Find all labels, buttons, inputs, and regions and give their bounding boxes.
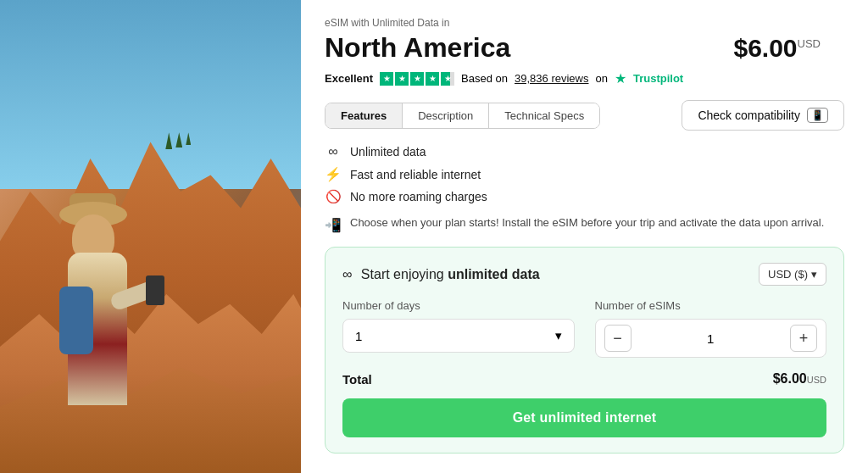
days-chevron-icon: ▾ (555, 328, 562, 343)
trustpilot-on: on (595, 72, 607, 85)
esims-selector-group: Number of eSIMs − 1 + (595, 299, 827, 358)
price-section: $6.00USD (733, 34, 821, 63)
tab-group: Features Description Technical Specs (325, 103, 600, 129)
check-compatibility-button[interactable]: Check compatibility 📱 (682, 100, 844, 131)
esim-label: eSIM with Unlimited Data in (325, 17, 510, 29)
star-1: ★ (380, 72, 393, 86)
product-title: North America (325, 32, 510, 64)
card-header: ∞ Start enjoying unlimited data USD ($) … (342, 263, 826, 286)
total-row: Total $6.00USD (342, 371, 826, 387)
currency-chevron-icon: ▾ (811, 268, 817, 281)
rating-row: Excellent ★ ★ ★ ★ ★ Based on 39,836 revi… (325, 70, 844, 86)
days-value: 1 (355, 329, 362, 343)
days-selector-group: Number of days 1 ▾ (342, 299, 575, 358)
price-amount: $6.00USD (733, 34, 821, 62)
feature-text-1: Unlimited data (350, 145, 426, 159)
person-figure (51, 185, 161, 405)
days-label: Number of days (342, 299, 575, 312)
product-image (0, 0, 301, 473)
feature-no-roaming: 🚫 No more roaming charges (325, 189, 844, 204)
days-dropdown[interactable]: 1 ▾ (342, 319, 575, 353)
tabs-and-check: Features Description Technical Specs Che… (325, 100, 844, 131)
esims-label: Number of eSIMs (595, 299, 827, 312)
star-3: ★ (410, 72, 424, 86)
infinity-card-icon: ∞ (342, 267, 352, 281)
total-price: $6.00USD (773, 371, 826, 387)
purchase-card: ∞ Start enjoying unlimited data USD ($) … (325, 247, 844, 454)
features-list: ∞ Unlimited data ⚡ Fast and reliable int… (325, 144, 844, 204)
check-compat-label: Check compatibility (698, 109, 800, 122)
reviews-link[interactable]: 39,836 reviews (515, 72, 588, 85)
phone-check-icon: 📱 (807, 108, 828, 123)
product-details-panel: eSIM with Unlimited Data in North Americ… (301, 0, 868, 473)
star-5: ★ (441, 72, 454, 86)
esims-increment-button[interactable]: + (790, 325, 817, 352)
trustpilot-icon: ★ (615, 70, 626, 86)
rating-label: Excellent (325, 72, 373, 85)
info-row: 📲 Choose when your plan starts! Install … (325, 216, 844, 233)
get-unlimited-button[interactable]: Get unlimited internet (342, 398, 826, 437)
esims-counter: − 1 + (595, 319, 827, 358)
star-4: ★ (426, 72, 439, 86)
tab-description[interactable]: Description (402, 103, 488, 128)
reviews-based-on: Based on (461, 72, 508, 85)
star-2: ★ (395, 72, 409, 86)
infinity-icon: ∞ (325, 144, 342, 159)
currency-label: USD ($) (768, 268, 808, 281)
tab-features[interactable]: Features (326, 103, 402, 128)
feature-fast-internet: ⚡ Fast and reliable internet (325, 166, 844, 182)
total-label: Total (342, 372, 372, 387)
esims-decrement-button[interactable]: − (604, 325, 632, 352)
feature-text-2: Fast and reliable internet (350, 168, 481, 181)
selectors-row: Number of days 1 ▾ Number of eSIMs − 1 + (342, 299, 826, 358)
trustpilot-brand: Trustpilot (633, 72, 683, 85)
no-roaming-icon: 🚫 (325, 189, 342, 204)
feature-unlimited-data: ∞ Unlimited data (325, 144, 844, 159)
lightning-icon: ⚡ (325, 166, 342, 182)
feature-text-3: No more roaming charges (350, 190, 487, 203)
info-text: Choose when your plan starts! Install th… (350, 216, 824, 229)
currency-selector[interactable]: USD ($) ▾ (759, 263, 826, 286)
info-sim-icon: 📲 (325, 217, 342, 233)
esims-value: 1 (707, 331, 714, 346)
star-rating: ★ ★ ★ ★ ★ (380, 72, 454, 86)
price-currency: USD (798, 37, 821, 50)
total-currency: USD (807, 375, 826, 385)
tab-technical-specs[interactable]: Technical Specs (488, 103, 599, 128)
card-title-bold: unlimited data (448, 267, 539, 281)
card-title-prefix: Start enjoying (361, 267, 444, 281)
card-title: ∞ Start enjoying unlimited data (342, 267, 540, 282)
